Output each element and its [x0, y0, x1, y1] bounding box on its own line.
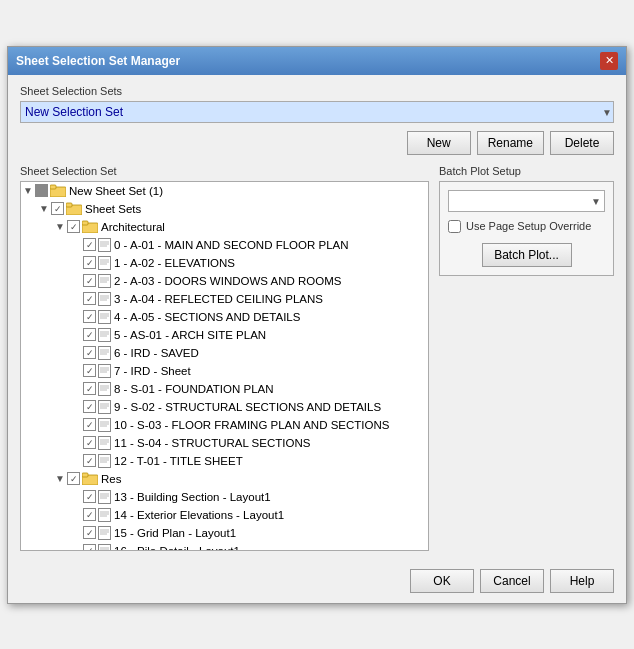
batch-plot-setup-label: Batch Plot Setup	[439, 165, 614, 177]
tree-checkbox[interactable]: ✓	[83, 310, 96, 323]
tree-checkbox[interactable]: ✓	[83, 328, 96, 341]
tree-checkbox[interactable]	[35, 184, 48, 197]
batch-setup-dropdown[interactable]	[448, 190, 605, 212]
rename-button[interactable]: Rename	[477, 131, 544, 155]
tree-item-label: 9 - S-02 - STRUCTURAL SECTIONS AND DETAI…	[114, 401, 381, 413]
page-setup-override-checkbox[interactable]	[448, 220, 461, 233]
batch-setup-box: ▼ Use Page Setup Override Batch Plot...	[439, 181, 614, 276]
svg-rect-50	[99, 436, 111, 449]
tree-expander-icon[interactable]: ▼	[53, 473, 67, 484]
title-bar: Sheet Selection Set Manager ✕	[8, 47, 626, 75]
tree-item[interactable]: ✓ 4 - A-05 - SECTIONS AND DETAILS	[21, 308, 428, 326]
footer-row: OK Cancel Help	[8, 561, 626, 603]
tree-item[interactable]: ✓ 7 - IRD - Sheet	[21, 362, 428, 380]
tree-item-label: 2 - A-03 - DOORS WINDOWS AND ROOMS	[114, 275, 341, 287]
tree-item[interactable]: ✓ 5 - AS-01 - ARCH SITE PLAN	[21, 326, 428, 344]
tree-checkbox[interactable]: ✓	[83, 436, 96, 449]
tree-item[interactable]: ✓ 9 - S-02 - STRUCTURAL SECTIONS AND DET…	[21, 398, 428, 416]
tree-item[interactable]: ✓ 6 - IRD - SAVED	[21, 344, 428, 362]
delete-button[interactable]: Delete	[550, 131, 614, 155]
tree-checkbox[interactable]: ✓	[51, 202, 64, 215]
new-button[interactable]: New	[407, 131, 471, 155]
tree-checkbox[interactable]: ✓	[83, 490, 96, 503]
dropdown-row: New Selection Set ▼	[20, 101, 614, 123]
tree-checkbox[interactable]: ✓	[83, 292, 96, 305]
close-button[interactable]: ✕	[600, 52, 618, 70]
tree-checkbox[interactable]: ✓	[67, 472, 80, 485]
tree-item[interactable]: ▼✓ Sheet Sets	[21, 200, 428, 218]
tree-item-label: 5 - AS-01 - ARCH SITE PLAN	[114, 329, 266, 341]
main-section: Sheet Selection Set ▼ New Sheet Set (1)▼…	[20, 165, 614, 551]
tree-checkbox[interactable]: ✓	[83, 508, 96, 521]
tree-expander-icon[interactable]: ▼	[53, 221, 67, 232]
sheet-icon	[98, 274, 111, 288]
svg-rect-68	[99, 526, 111, 539]
tree-item-label: 8 - S-01 - FOUNDATION PLAN	[114, 383, 274, 395]
tree-item[interactable]: ✓ 11 - S-04 - STRUCTURAL SECTIONS	[21, 434, 428, 452]
tree-checkbox[interactable]: ✓	[83, 274, 96, 287]
tree-item[interactable]: ✓ 12 - T-01 - TITLE SHEET	[21, 452, 428, 470]
tree-checkbox[interactable]: ✓	[83, 526, 96, 539]
tree-checkbox[interactable]: ✓	[83, 256, 96, 269]
selection-set-dropdown[interactable]: New Selection Set	[20, 101, 614, 123]
tree-item[interactable]: ✓ 2 - A-03 - DOORS WINDOWS AND ROOMS	[21, 272, 428, 290]
folder-icon	[66, 202, 82, 215]
tree-item[interactable]: ✓ 8 - S-01 - FOUNDATION PLAN	[21, 380, 428, 398]
svg-rect-54	[99, 454, 111, 467]
svg-rect-46	[99, 418, 111, 431]
tree-checkbox[interactable]: ✓	[83, 418, 96, 431]
sheet-icon	[98, 382, 111, 396]
sheet-icon	[98, 490, 111, 504]
tree-item[interactable]: ▼✓ Res	[21, 470, 428, 488]
tree-checkbox[interactable]: ✓	[83, 454, 96, 467]
tree-item-label: 16 - Pile Detail - Layout1	[114, 545, 240, 551]
tree-container[interactable]: ▼ New Sheet Set (1)▼✓ Sheet Sets▼✓ Archi…	[20, 181, 429, 551]
sheet-icon	[98, 256, 111, 270]
help-button[interactable]: Help	[550, 569, 614, 593]
tree-checkbox[interactable]: ✓	[83, 544, 96, 551]
tree-item[interactable]: ▼ New Sheet Set (1)	[21, 182, 428, 200]
tree-item-label: 12 - T-01 - TITLE SHEET	[114, 455, 243, 467]
svg-rect-6	[99, 238, 111, 251]
sheet-icon	[98, 328, 111, 342]
sheet-icon	[98, 526, 111, 540]
svg-rect-42	[99, 400, 111, 413]
tree-expander-icon[interactable]: ▼	[37, 203, 51, 214]
tree-checkbox[interactable]: ✓	[83, 364, 96, 377]
tree-item[interactable]: ✓ 0 - A-01 - MAIN AND SECOND FLOOR PLAN	[21, 236, 428, 254]
tree-item[interactable]: ▼✓ Architectural	[21, 218, 428, 236]
tree-item[interactable]: ✓ 15 - Grid Plan - Layout1	[21, 524, 428, 542]
batch-dropdown-wrapper: ▼	[448, 190, 605, 212]
tree-item-label: 14 - Exterior Elevations - Layout1	[114, 509, 284, 521]
tree-checkbox[interactable]: ✓	[83, 238, 96, 251]
tree-expander-icon[interactable]: ▼	[21, 185, 35, 196]
cancel-button[interactable]: Cancel	[480, 569, 544, 593]
tree-checkbox[interactable]: ✓	[67, 220, 80, 233]
tree-item[interactable]: ✓ 13 - Building Section - Layout1	[21, 488, 428, 506]
sheet-icon	[98, 454, 111, 468]
sheet-icon	[98, 238, 111, 252]
tree-item[interactable]: ✓ 16 - Pile Detail - Layout1	[21, 542, 428, 551]
tree-checkbox[interactable]: ✓	[83, 382, 96, 395]
tree-item-label: 3 - A-04 - REFLECTED CEILING PLANS	[114, 293, 323, 305]
batch-plot-button[interactable]: Batch Plot...	[482, 243, 572, 267]
tree-item[interactable]: ✓ 14 - Exterior Elevations - Layout1	[21, 506, 428, 524]
tree-checkbox[interactable]: ✓	[83, 400, 96, 413]
tree-item-label: 1 - A-02 - ELEVATIONS	[114, 257, 235, 269]
folder-icon	[50, 184, 66, 197]
svg-rect-22	[99, 310, 111, 323]
svg-rect-10	[99, 256, 111, 269]
tree-item[interactable]: ✓ 1 - A-02 - ELEVATIONS	[21, 254, 428, 272]
right-panel: Batch Plot Setup ▼ Use Page Setup Overri…	[439, 165, 614, 551]
tree-item[interactable]: ✓ 10 - S-03 - FLOOR FRAMING PLAN AND SEC…	[21, 416, 428, 434]
sheet-icon	[98, 310, 111, 324]
tree-checkbox[interactable]: ✓	[83, 346, 96, 359]
svg-rect-38	[99, 382, 111, 395]
tree-item-label: 4 - A-05 - SECTIONS AND DETAILS	[114, 311, 300, 323]
action-buttons-row: New Rename Delete	[20, 131, 614, 155]
ok-button[interactable]: OK	[410, 569, 474, 593]
tree-item[interactable]: ✓ 3 - A-04 - REFLECTED CEILING PLANS	[21, 290, 428, 308]
svg-rect-34	[99, 364, 111, 377]
tree-item-label: 11 - S-04 - STRUCTURAL SECTIONS	[114, 437, 310, 449]
selection-set-dropdown-wrapper: New Selection Set ▼	[20, 101, 614, 123]
